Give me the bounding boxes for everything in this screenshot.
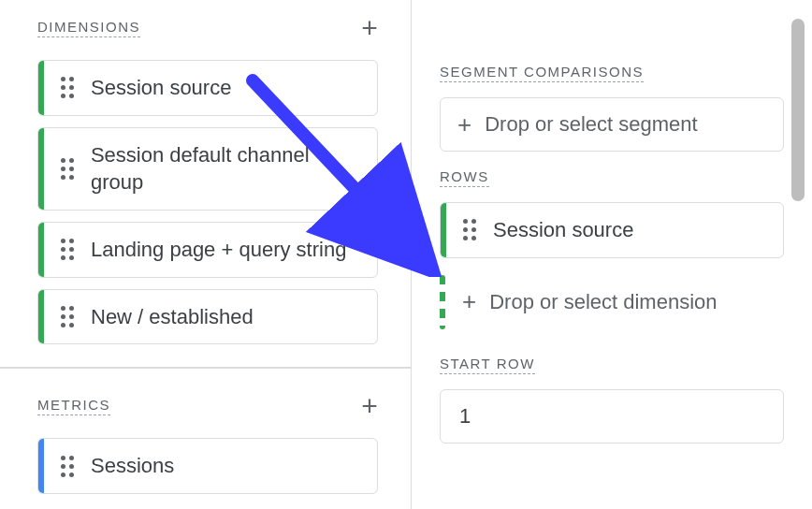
rows-chip-session-source[interactable]: Session source [440,202,784,258]
accent-bar [441,203,446,257]
spacer [412,7,812,64]
drag-handle-icon [61,77,74,98]
chip-label: New / established [91,290,267,344]
metrics-label: METRICS [37,397,110,415]
dimension-chip-landing-page-query-string[interactable]: Landing page + query string [37,222,378,278]
scrollbar-thumb[interactable] [791,19,805,201]
accent-bar [38,290,44,344]
start-row-input[interactable]: 1 [440,389,784,444]
chip-label: Session default channel group [91,128,377,210]
accent-bar [38,223,44,277]
metric-chip-sessions[interactable]: Sessions [37,438,378,494]
right-panel: SEGMENT COMPARISONS + Drop or select seg… [412,0,812,509]
accent-bar [38,128,44,210]
chip-label: Landing page + query string [91,223,359,277]
segment-comparisons-section: SEGMENT COMPARISONS + Drop or select seg… [412,64,812,152]
rows-label: ROWS [440,168,489,187]
segment-drop-zone[interactable]: + Drop or select segment [440,97,784,152]
drop-zone-text: Drop or select segment [485,112,697,137]
segment-comparisons-label: SEGMENT COMPARISONS [440,64,644,82]
add-metric-button[interactable]: + [356,393,383,419]
start-row-label: START ROW [440,356,535,374]
add-dimension-button[interactable]: + [356,15,383,41]
rows-section: ROWS Session source + Drop or select dim… [412,168,812,329]
drag-handle-icon [61,456,74,477]
start-row-value: 1 [459,404,471,429]
chip-label: Session source [91,61,244,115]
drag-handle-icon [61,158,74,180]
accent-bar [38,439,44,493]
chip-label: Session source [493,203,646,257]
left-panel: DIMENSIONS + Session source Session defa… [0,0,412,509]
chip-label: Sessions [91,439,187,493]
dashed-accent [440,275,445,329]
metrics-header: METRICS + [0,385,411,427]
dimension-chip-new-established[interactable]: New / established [37,289,378,345]
rows-drop-zone[interactable]: + Drop or select dimension [440,275,784,329]
dimensions-header: DIMENSIONS + [0,7,411,49]
section-divider [0,367,411,369]
drag-handle-icon [61,306,74,327]
dimensions-label: DIMENSIONS [37,19,140,37]
start-row-section: START ROW 1 [412,356,812,444]
plus-icon: + [457,110,471,139]
drag-handle-icon [463,219,476,240]
accent-bar [38,61,44,115]
dimension-chip-session-source[interactable]: Session source [37,60,378,116]
plus-icon: + [462,287,476,316]
drag-handle-icon [61,239,74,260]
drop-zone-text: Drop or select dimension [489,290,717,314]
dimension-chip-session-default-channel-group[interactable]: Session default channel group [37,127,378,211]
